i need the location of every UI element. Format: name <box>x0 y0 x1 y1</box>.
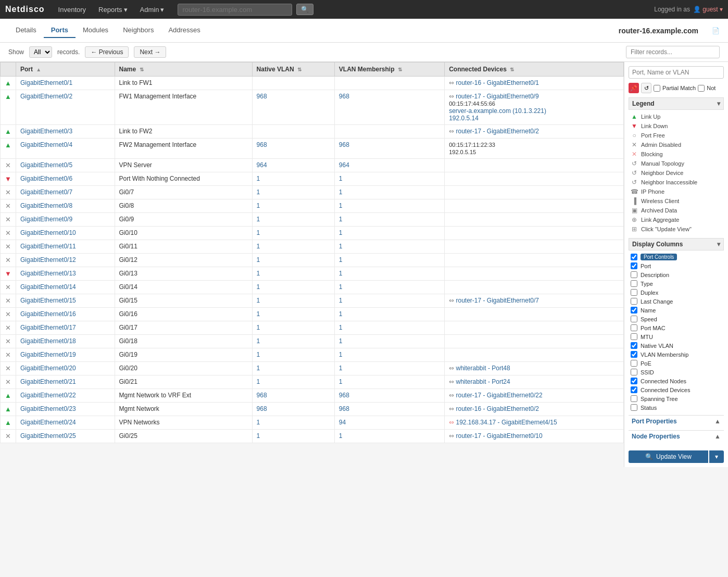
sidebar-search-input[interactable] <box>629 66 724 79</box>
tab-details[interactable]: Details <box>8 23 44 38</box>
port-link[interactable]: GigabitEthernet0/2 <box>20 93 72 100</box>
connected-device-link[interactable]: 192.168.34.17 - GigabitEthernet4/15 <box>456 419 557 426</box>
col-checkbox-2[interactable] <box>631 271 637 278</box>
native-vlan-link[interactable]: 1 <box>257 202 260 209</box>
col-checkbox-17[interactable] <box>631 404 637 411</box>
native-vlan-link[interactable]: 1 <box>257 310 260 318</box>
nav-inventory[interactable]: Inventory <box>54 6 90 14</box>
native-vlan-link[interactable]: 1 <box>257 324 260 331</box>
search-button[interactable]: 🔍 <box>296 4 313 15</box>
native-vlan-link[interactable]: 1 <box>257 378 260 385</box>
col-checkbox-16[interactable] <box>631 395 637 402</box>
vlan-membership-link[interactable]: 1 <box>339 202 343 209</box>
vlan-membership-link[interactable]: 968 <box>339 93 349 100</box>
display-columns-header[interactable]: Display Columns ▾ <box>629 238 724 250</box>
connected-device-link[interactable]: whiterabbit - Port48 <box>456 365 510 372</box>
port-link[interactable]: GigabitEthernet0/1 <box>20 79 72 86</box>
vlan-membership-link[interactable]: 968 <box>339 392 349 399</box>
native-vlan-link[interactable]: 1 <box>257 270 260 277</box>
col-connected-devices[interactable]: Connected Devices ⇅ <box>445 62 624 77</box>
col-port[interactable]: Port ▲ <box>16 62 115 77</box>
port-link[interactable]: GigabitEthernet0/20 <box>20 365 76 372</box>
port-link[interactable]: GigabitEthernet0/14 <box>20 283 76 291</box>
connected-device-link[interactable]: router-17 - GigabitEthernet0/22 <box>456 392 543 399</box>
tab-modules[interactable]: Modules <box>76 23 116 38</box>
native-vlan-link[interactable]: 968 <box>257 392 267 399</box>
native-vlan-link[interactable]: 1 <box>257 365 260 372</box>
vlan-membership-link[interactable]: 968 <box>339 141 349 148</box>
col-checkbox-7[interactable] <box>631 316 637 322</box>
col-vlan-membership[interactable]: VLAN Membership ⇅ <box>334 62 444 77</box>
vlan-membership-link[interactable]: 1 <box>339 378 343 385</box>
node-properties-header[interactable]: Node Properties ▲ <box>629 430 724 442</box>
vlan-membership-link[interactable]: 1 <box>339 175 343 182</box>
partial-match-checkbox[interactable] <box>654 85 660 92</box>
port-link[interactable]: GigabitEthernet0/9 <box>20 216 72 223</box>
vlan-membership-link[interactable]: 1 <box>339 270 343 277</box>
connected-device-link[interactable]: router-16 - GigabitEthernet0/2 <box>456 405 539 412</box>
not-checkbox[interactable] <box>698 85 705 92</box>
port-link[interactable]: GigabitEthernet0/8 <box>20 202 72 209</box>
global-search-input[interactable] <box>178 4 292 16</box>
vlan-membership-link[interactable]: 1 <box>339 337 343 345</box>
port-link[interactable]: GigabitEthernet0/4 <box>20 141 72 148</box>
vlan-membership-link[interactable]: 1 <box>339 432 343 440</box>
vlan-membership-link[interactable]: 1 <box>339 243 343 250</box>
port-link[interactable]: GigabitEthernet0/11 <box>20 243 76 250</box>
native-vlan-link[interactable]: 1 <box>257 432 260 440</box>
vlan-membership-link[interactable]: 1 <box>339 351 343 358</box>
connected-device-link[interactable]: router-17 - GigabitEthernet0/10 <box>456 432 543 440</box>
native-vlan-link[interactable]: 968 <box>257 405 267 412</box>
col-native-vlan[interactable]: Native VLAN ⇅ <box>252 62 334 77</box>
nav-reports[interactable]: Reports ▾ <box>94 6 132 14</box>
tab-neighbors[interactable]: Neighbors <box>116 23 161 38</box>
previous-button[interactable]: ← Previous <box>85 46 129 58</box>
native-vlan-link[interactable]: 1 <box>257 297 260 304</box>
pin-button[interactable]: 📌 <box>629 83 639 93</box>
vlan-membership-link[interactable]: 1 <box>339 310 343 318</box>
vlan-membership-link[interactable]: 1 <box>339 256 343 264</box>
port-link[interactable]: GigabitEthernet0/19 <box>20 351 76 358</box>
port-link[interactable]: GigabitEthernet0/13 <box>20 270 76 277</box>
native-vlan-link[interactable]: 1 <box>257 351 260 358</box>
port-link[interactable]: GigabitEthernet0/3 <box>20 128 72 135</box>
native-vlan-link[interactable]: 1 <box>257 216 260 223</box>
native-vlan-link[interactable]: 1 <box>257 229 260 236</box>
native-vlan-link[interactable]: 1 <box>257 175 260 182</box>
vlan-membership-link[interactable]: 94 <box>339 419 346 426</box>
vlan-membership-link[interactable]: 1 <box>339 216 343 223</box>
connected-node-link[interactable]: server-a.example.com (10.1.3.221) <box>449 107 546 115</box>
port-link[interactable]: GigabitEthernet0/18 <box>20 337 76 345</box>
vlan-membership-link[interactable]: 1 <box>339 189 343 196</box>
port-properties-header[interactable]: Port Properties ▲ <box>629 415 724 427</box>
filter-input[interactable] <box>626 46 720 58</box>
col-checkbox-13[interactable] <box>631 369 637 375</box>
connected-device-link[interactable]: router-17 - GigabitEthernet0/7 <box>456 297 539 304</box>
native-vlan-link[interactable]: 964 <box>257 161 267 169</box>
port-link[interactable]: GigabitEthernet0/17 <box>20 324 76 331</box>
port-link[interactable]: GigabitEthernet0/22 <box>20 392 76 399</box>
port-link[interactable]: GigabitEthernet0/23 <box>20 405 76 412</box>
native-vlan-link[interactable]: 1 <box>257 337 260 345</box>
port-link[interactable]: GigabitEthernet0/7 <box>20 189 72 196</box>
col-checkbox-5[interactable] <box>631 298 637 305</box>
col-checkbox-11[interactable] <box>631 351 637 358</box>
legend-section-header[interactable]: Legend ▾ <box>629 97 724 110</box>
native-vlan-link[interactable]: 1 <box>257 189 260 196</box>
native-vlan-link[interactable]: 968 <box>257 141 267 148</box>
tab-ports[interactable]: Ports <box>44 23 76 38</box>
refresh-button[interactable]: ↺ <box>641 83 651 93</box>
port-link[interactable]: GigabitEthernet0/15 <box>20 297 76 304</box>
tab-addresses[interactable]: Addresses <box>161 23 207 38</box>
nav-admin[interactable]: Admin ▾ <box>136 6 169 14</box>
native-vlan-link[interactable]: 1 <box>257 256 260 264</box>
vlan-membership-link[interactable]: 1 <box>339 283 343 291</box>
port-link[interactable]: GigabitEthernet0/21 <box>20 378 76 385</box>
port-link[interactable]: GigabitEthernet0/10 <box>20 229 76 236</box>
col-checkbox-4[interactable] <box>631 289 637 296</box>
connected-device-link[interactable]: router-17 - GigabitEthernet0/9 <box>456 93 538 100</box>
col-name[interactable]: Name ⇅ <box>115 62 252 77</box>
port-link[interactable]: GigabitEthernet0/6 <box>20 175 72 182</box>
show-select[interactable]: All <box>29 46 52 58</box>
port-link[interactable]: GigabitEthernet0/25 <box>20 432 76 440</box>
